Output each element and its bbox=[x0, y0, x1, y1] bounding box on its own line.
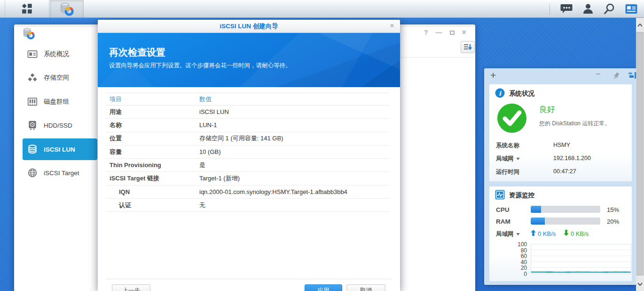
table-row: Thin Provisioning 是 bbox=[106, 159, 389, 172]
taskbar-separator bbox=[550, 3, 550, 15]
user-icon[interactable] bbox=[583, 3, 593, 15]
dialog-title: iSCSI LUN 创建向导 bbox=[220, 22, 278, 31]
sidebar-item-disk-group[interactable]: 磁盘群组 bbox=[23, 91, 97, 113]
chevron-down-icon bbox=[516, 233, 520, 235]
table-row: iSCSI Target 链接 Target-1 (新增) bbox=[106, 172, 389, 185]
sidebar-item-storage-pool[interactable]: 存储空间 bbox=[23, 67, 97, 89]
widget-title: 系统状况 bbox=[509, 89, 534, 98]
minimize-icon[interactable]: — bbox=[436, 29, 442, 36]
taskbar bbox=[0, 0, 644, 18]
maximize-icon[interactable] bbox=[450, 31, 455, 35]
table-row: 容量 10 (GB) bbox=[106, 146, 389, 159]
toolbar-divider bbox=[401, 57, 475, 57]
chevron-down-icon bbox=[516, 158, 520, 160]
close-icon[interactable]: × bbox=[462, 29, 466, 36]
iscsi-lun-wizard-dialog: iSCSI LUN 创建向导 × 再次检查设置 设置向导将会应用下列设置。这个步… bbox=[98, 20, 400, 291]
pulse-icon bbox=[495, 190, 505, 200]
column-header-value: 数值 bbox=[199, 95, 389, 104]
main-menu-icon bbox=[22, 3, 32, 14]
row-value: Target-1 (新增) bbox=[199, 174, 389, 183]
taskbar-tray bbox=[550, 0, 637, 17]
table-row: 名称 LUN-1 bbox=[106, 119, 389, 132]
storage-manager-icon bbox=[60, 2, 74, 16]
storage-manager-app-icon bbox=[23, 27, 35, 40]
row-label: Thin Provisioning bbox=[106, 162, 199, 169]
overview-icon bbox=[27, 49, 38, 59]
sidebar-item-label: 磁盘群组 bbox=[44, 97, 69, 106]
green-check-icon bbox=[497, 103, 527, 133]
disk-group-icon bbox=[27, 97, 38, 107]
resource-monitor-widget: 资源监控 CPU 15% RAM 20% 局域网 0 KB/s 0 KB/s 1… bbox=[489, 186, 632, 282]
row-label: 认证 bbox=[106, 201, 199, 210]
lan-selector[interactable]: 局域网 bbox=[496, 230, 520, 238]
cpu-label: CPU bbox=[496, 206, 510, 213]
dialog-titlebar: iSCSI LUN 创建向导 × bbox=[98, 20, 400, 33]
field-value: 192.168.1.200 bbox=[553, 155, 591, 162]
help-icon[interactable]: ? bbox=[424, 29, 428, 36]
main-menu-button[interactable] bbox=[5, 0, 49, 17]
upload-arrow-icon bbox=[531, 230, 536, 236]
row-value: 是 bbox=[199, 161, 389, 170]
widget-panel: + − i 系统状况 bbox=[484, 68, 636, 285]
upload-speed: 0 KB/s bbox=[538, 230, 556, 237]
scrollbar-thumb[interactable] bbox=[636, 32, 644, 275]
field-value: 00:47:27 bbox=[553, 168, 576, 175]
sidebar-item-hdd-ssd[interactable]: HDD/SSD bbox=[23, 114, 97, 136]
sidebar-item-iscsi-target[interactable]: iSCSI Target bbox=[23, 162, 97, 184]
row-value: 存储空间 1 (可用容量: 141 GB) bbox=[199, 134, 389, 143]
minimize-panel-icon[interactable]: − bbox=[596, 69, 601, 79]
row-value: 10 (GB) bbox=[199, 148, 389, 155]
lan-label: 局域网 bbox=[496, 231, 514, 237]
lan-selector[interactable]: 局域网 bbox=[496, 155, 520, 163]
network-traffic-chart bbox=[531, 244, 631, 274]
row-label: 用途 bbox=[106, 108, 199, 116]
row-label: IQN bbox=[106, 188, 199, 195]
sidebar-item-label: iSCSI Target bbox=[44, 170, 79, 177]
row-label: 位置 bbox=[106, 134, 199, 143]
pin-icon[interactable] bbox=[612, 72, 620, 80]
window-controls: ? — × bbox=[424, 29, 466, 36]
y-tick: 0 bbox=[501, 271, 527, 277]
dialog-banner: 再次检查设置 设置向导将会应用下列设置。这个步骤将会花一些时间，请耐心等待。 bbox=[98, 33, 400, 87]
sidebar-item-iscsi-lun[interactable]: iSCSI LUN bbox=[23, 138, 97, 160]
search-icon[interactable] bbox=[604, 3, 615, 15]
field-label: 运行时间 bbox=[496, 168, 519, 176]
row-value: iqn.2000-01.com.synology:HSMY.Target-1.a… bbox=[199, 188, 389, 195]
settings-summary-table: 项目 数值 用途 iSCSI LUN 名称 LUN-1 位置 存储空间 1 (可… bbox=[106, 93, 389, 212]
desktop-scrollbar[interactable] bbox=[636, 18, 644, 291]
chevron-up-icon bbox=[637, 24, 643, 27]
storage-manager-taskbar-button[interactable] bbox=[50, 0, 84, 17]
sidebar-item-label: 存储空间 bbox=[44, 73, 69, 82]
sidebar-item-overview[interactable]: 系统概况 bbox=[23, 43, 97, 65]
pilot-view-icon[interactable] bbox=[625, 4, 637, 14]
table-row: 位置 存储空间 1 (可用容量: 141 GB) bbox=[106, 132, 389, 146]
widget-panel-header: + − bbox=[484, 68, 636, 83]
scroll-down-button[interactable] bbox=[636, 277, 644, 291]
download-speed: 0 KB/s bbox=[571, 230, 589, 237]
field-label: 局域网 bbox=[496, 155, 514, 162]
sort-button[interactable] bbox=[461, 41, 475, 53]
panel-toggle-icon[interactable] bbox=[628, 72, 636, 80]
desktop: ? — × bbox=[0, 0, 644, 291]
scroll-up-button[interactable] bbox=[636, 18, 644, 32]
row-value: 无 bbox=[199, 201, 389, 210]
table-row: 用途 iSCSI LUN bbox=[106, 105, 389, 119]
sidebar-item-label: iSCSI LUN bbox=[44, 146, 75, 153]
target-icon bbox=[27, 168, 38, 178]
field-label: 系统名称 bbox=[496, 142, 519, 150]
cpu-meter bbox=[531, 206, 600, 213]
widget-title: 资源监控 bbox=[509, 191, 534, 200]
dialog-close-icon[interactable]: × bbox=[390, 21, 394, 31]
table-row: IQN iqn.2000-01.com.synology:HSMY.Target… bbox=[106, 186, 389, 199]
chevron-down-icon bbox=[637, 283, 643, 286]
health-description: 您的 DiskStation 运转正常。 bbox=[539, 120, 610, 128]
cpu-percent: 15% bbox=[607, 206, 619, 213]
lun-icon bbox=[27, 144, 38, 154]
chat-icon[interactable] bbox=[560, 3, 573, 15]
back-button[interactable]: 上一步 bbox=[112, 284, 150, 291]
apply-button[interactable]: 应用 bbox=[305, 284, 342, 291]
cancel-button[interactable]: 取消 bbox=[346, 284, 385, 291]
table-header-row: 项目 数值 bbox=[106, 93, 389, 105]
add-widget-icon[interactable]: + bbox=[490, 70, 496, 81]
column-header-item: 项目 bbox=[106, 95, 199, 104]
